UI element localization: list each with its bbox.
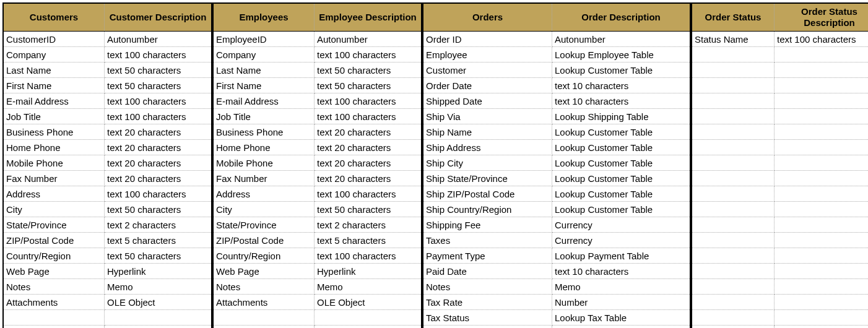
table-cell xyxy=(692,155,775,171)
header-orders: Orders xyxy=(423,3,552,32)
table-row: E-mail Addresstext 100 characters xyxy=(213,93,422,109)
table-row: Last Nametext 50 characters xyxy=(3,63,212,78)
table-row xyxy=(692,264,868,279)
table-cell: Company xyxy=(213,47,315,63)
table-row: Ship AddressLookup Customer Table xyxy=(423,140,690,155)
table-row xyxy=(692,140,868,155)
table-cell: Paid Date xyxy=(423,264,552,279)
table-cell: text 100 characters xyxy=(775,32,869,47)
table-cell: text 10 characters xyxy=(552,93,691,109)
table-cell: Order Status xyxy=(423,326,552,329)
table-cell xyxy=(692,295,775,310)
table-row xyxy=(692,155,868,171)
table-cell xyxy=(692,93,775,109)
table-row: Companytext 100 characters xyxy=(3,47,212,63)
table-cell: Lookup Customer Table xyxy=(552,155,691,171)
table-cell: text 50 characters xyxy=(105,78,212,93)
table-cell xyxy=(692,248,775,264)
orders-body: Order IDAutonumberEmployeeLookup Employe… xyxy=(423,32,690,329)
table-cell xyxy=(105,310,212,326)
table-cell: text 100 characters xyxy=(315,248,422,264)
table-cell: Payment Type xyxy=(423,248,552,264)
table-row: E-mail Addresstext 100 characters xyxy=(3,93,212,109)
table-cell: text 100 characters xyxy=(105,47,212,63)
table-row xyxy=(3,310,212,326)
table-cell: text 100 characters xyxy=(105,109,212,124)
table-cell: Hyperlink xyxy=(105,264,212,279)
table-cell xyxy=(315,326,422,329)
table-row: Ship ZIP/Postal CodeLookup Customer Tabl… xyxy=(423,186,690,202)
table-cell: Tax Status xyxy=(423,310,552,326)
table-cell: text 2 characters xyxy=(105,217,212,233)
table-cell: Ship Via xyxy=(423,109,552,124)
table-row xyxy=(692,171,868,186)
table-cell: text 50 characters xyxy=(315,63,422,78)
table-cell: text 20 characters xyxy=(105,155,212,171)
table-cell xyxy=(775,171,869,186)
table-row: Country/Regiontext 100 characters xyxy=(213,248,422,264)
table-cell: text 100 characters xyxy=(315,186,422,202)
table-cell: Ship Name xyxy=(423,124,552,140)
table-row xyxy=(692,78,868,93)
table-cell: Home Phone xyxy=(213,140,315,155)
table-cell: Mobile Phone xyxy=(3,155,105,171)
table-cell: Employee xyxy=(423,47,552,63)
table-cell: Company xyxy=(3,47,105,63)
table-cell xyxy=(692,63,775,78)
table-cell: Ship City xyxy=(423,155,552,171)
table-cell xyxy=(692,202,775,217)
table-row: Order IDAutonumber xyxy=(423,32,690,47)
table-cell: text 50 characters xyxy=(105,248,212,264)
table-row: Ship State/ProvinceLookup Customer Table xyxy=(423,171,690,186)
schema-container: Customers Customer Description CustomerI… xyxy=(2,2,866,328)
table-cell: Shipping Fee xyxy=(423,217,552,233)
customers-table: Customers Customer Description CustomerI… xyxy=(2,2,212,328)
table-row: Shipping FeeCurrency xyxy=(423,217,690,233)
table-cell: text 5 characters xyxy=(315,233,422,248)
employees-table: Employees Employee Description EmployeeI… xyxy=(212,2,422,328)
table-cell xyxy=(692,124,775,140)
table-cell: Lookup Order Status Table xyxy=(552,326,691,329)
table-cell: City xyxy=(3,202,105,217)
table-row: AttachmentsOLE Object xyxy=(213,295,422,310)
table-row: First Nametext 50 characters xyxy=(213,78,422,93)
table-row xyxy=(692,233,868,248)
table-row xyxy=(692,326,868,329)
table-row: Companytext 100 characters xyxy=(213,47,422,63)
table-cell: First Name xyxy=(3,78,105,93)
table-cell: text 2 characters xyxy=(315,217,422,233)
header-customer-description: Customer Description xyxy=(105,3,212,32)
table-cell: text 100 characters xyxy=(315,109,422,124)
table-row xyxy=(692,186,868,202)
table-cell: Lookup Tax Table xyxy=(552,310,691,326)
table-row xyxy=(692,47,868,63)
table-cell xyxy=(775,63,869,78)
table-cell: text 10 characters xyxy=(552,78,691,93)
table-cell xyxy=(775,279,869,295)
table-row: Order StatusLookup Order Status Table xyxy=(423,326,690,329)
table-cell: First Name xyxy=(213,78,315,93)
table-row: EmployeeLookup Employee Table xyxy=(423,47,690,63)
table-cell xyxy=(775,202,869,217)
table-cell: E-mail Address xyxy=(3,93,105,109)
table-cell xyxy=(775,264,869,279)
customers-body: CustomerIDAutonumberCompanytext 100 char… xyxy=(3,32,212,329)
table-row xyxy=(692,248,868,264)
table-cell xyxy=(692,233,775,248)
table-cell: OLE Object xyxy=(315,295,422,310)
table-cell: Customer xyxy=(423,63,552,78)
table-cell xyxy=(775,140,869,155)
table-cell: text 20 characters xyxy=(105,124,212,140)
table-row xyxy=(692,109,868,124)
table-row: Web PageHyperlink xyxy=(213,264,422,279)
table-cell xyxy=(775,310,869,326)
table-row: Last Nametext 50 characters xyxy=(213,63,422,78)
table-cell: OLE Object xyxy=(105,295,212,310)
table-row: First Nametext 50 characters xyxy=(3,78,212,93)
table-row: Business Phonetext 20 characters xyxy=(3,124,212,140)
table-cell: Memo xyxy=(552,279,691,295)
table-cell xyxy=(775,326,869,329)
table-cell: text 50 characters xyxy=(105,202,212,217)
table-cell: Currency xyxy=(552,217,691,233)
table-row xyxy=(213,310,422,326)
